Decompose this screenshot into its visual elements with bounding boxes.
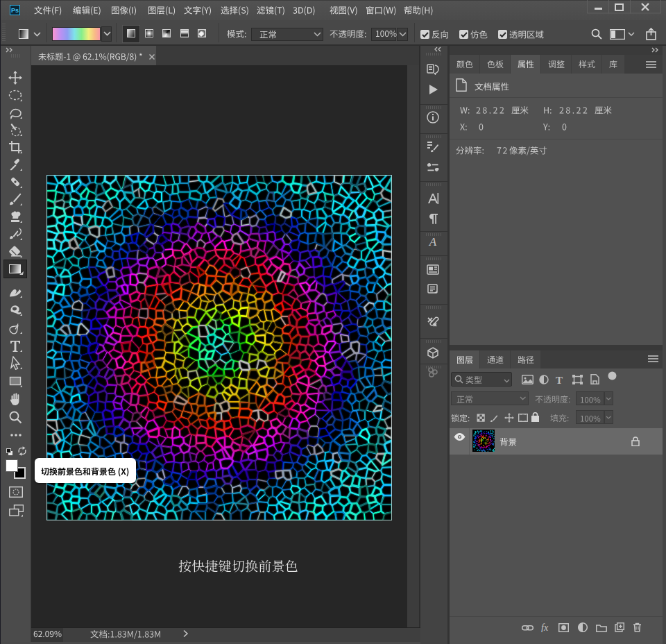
svg-text:T: T bbox=[556, 375, 563, 384]
svg-text:A: A bbox=[429, 235, 437, 248]
svg-text:fx: fx bbox=[541, 623, 549, 632]
